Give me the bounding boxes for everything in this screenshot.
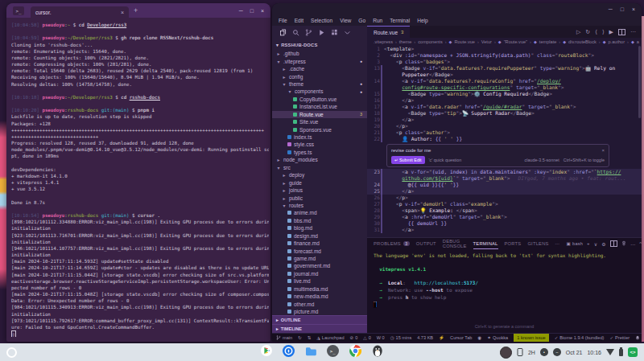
menu-help[interactable]: Help — [417, 18, 428, 23]
status-item-quokka[interactable]: ✦Quokka — [487, 335, 508, 340]
tree-item-game.md[interactable]: game.md — [272, 255, 367, 262]
model-label[interactable]: claude-3.5-sonnet — [525, 157, 559, 163]
tree-item-other.md[interactable]: other.md — [272, 300, 367, 307]
panel-tab-output[interactable]: OUTPUT — [416, 238, 436, 249]
breadcrumb-item[interactable]: template — [539, 39, 556, 44]
launcher-icon[interactable] — [6, 347, 17, 358]
tree-item-blog.md[interactable]: blog.md — [272, 224, 367, 232]
tree-item-Sponsors.vue[interactable]: Sponsors.vue — [272, 125, 367, 133]
tree-item-style.css[interactable]: style.css — [272, 141, 367, 148]
files-app-icon[interactable] — [305, 345, 316, 359]
breadcrumb-item[interactable]: p.author — [609, 39, 625, 44]
notification-icon[interactable]: • — [540, 348, 548, 356]
chevron-down-icon[interactable] — [344, 29, 351, 37]
extensions-icon[interactable] — [331, 29, 338, 37]
status-item-face[interactable]: ◉ — [477, 335, 481, 340]
close-icon[interactable]: × — [261, 8, 264, 14]
status-item-main[interactable]: main — [276, 335, 292, 341]
status-item-launchpad[interactable]: ◮Launchpad — [317, 335, 345, 340]
tree-item-theme[interactable]: ▾theme● — [272, 80, 367, 88]
date-label[interactable]: Oct 21 — [566, 350, 583, 355]
breadcrumb-item[interactable]: Vetur — [481, 39, 492, 44]
tree-item-.github[interactable]: ▸.github — [272, 50, 367, 57]
source-control-icon[interactable] — [305, 29, 312, 37]
tree-item-live.md[interactable]: live.md — [272, 277, 367, 285]
tree-item-index.ts[interactable]: index.ts — [272, 133, 367, 141]
menu-edit[interactable]: Edit — [295, 18, 303, 23]
status-item-bell[interactable] — [635, 335, 640, 341]
menu-view[interactable]: View — [340, 18, 351, 23]
tree-item-components[interactable]: ▾components● — [272, 88, 367, 95]
terminal-tab[interactable]: cursor. × — [31, 6, 129, 18]
breadcrumb[interactable]: .vitepress›theme›components›◆Route.vue›V… — [367, 38, 642, 46]
panel-tab-ports[interactable]: PORTS — [505, 238, 522, 249]
tab-close-icon[interactable]: × — [121, 10, 124, 15]
panel-tab-debug-console[interactable]: DEBUG CONSOLE — [443, 238, 467, 249]
status-item-0[interactable]: △0 — [363, 335, 370, 340]
menu-selection[interactable]: Selection — [311, 18, 332, 23]
chrome-app-icon[interactable] — [349, 345, 361, 360]
files-icon[interactable] — [279, 29, 287, 37]
settings-gear-icon[interactable]: ⚙ — [601, 241, 606, 247]
sync-icon[interactable]: ↻ — [585, 29, 590, 35]
chevron-up-icon[interactable]: ^ — [639, 241, 642, 246]
debug-icon[interactable] — [318, 29, 325, 37]
status-item-w-0[interactable]: W 0 — [377, 335, 385, 340]
new-terminal-icon[interactable]: + — [587, 241, 590, 246]
tree-item-public[interactable]: ▸public — [272, 194, 367, 201]
tree-item-routes[interactable]: ▾routes — [272, 202, 367, 209]
menu-file[interactable]: File — [279, 18, 287, 23]
1password-app-icon[interactable] — [283, 345, 295, 360]
navigate-back-icon[interactable]: ⟨ — [595, 29, 597, 35]
inline-chat-widget[interactable]: revise code for me×↵ Submit Edit'c' quic… — [386, 144, 609, 167]
tree-item-src[interactable]: ▾src — [272, 164, 367, 171]
section-outline[interactable]: ▸OUTLINE — [272, 315, 367, 324]
tree-item-.cache[interactable]: ▸.cache — [272, 65, 367, 72]
tree-item-finance.md[interactable]: finance.md — [272, 240, 367, 247]
tree-item-Route.vue[interactable]: Route.vue3 — [272, 111, 367, 118]
tree-item-CopyButton.vue[interactable]: CopyButton.vue — [272, 96, 367, 103]
tree-item-deploy[interactable]: ▸deploy — [272, 171, 367, 178]
status-item-compare[interactable]: ⇅ — [308, 335, 312, 340]
tree-item-journal.md[interactable]: journal.md — [272, 270, 367, 277]
breadcrumb-item[interactable]: theme — [399, 39, 412, 44]
tree-item-new-media.md[interactable]: new-media.md — [272, 293, 367, 300]
breadcrumb-item[interactable]: components — [418, 39, 442, 44]
status-item-4-73-kb[interactable]: 4.73 KB — [417, 335, 433, 340]
tree-item-types.ts[interactable]: types.ts — [272, 149, 367, 156]
panel-tab-⋯[interactable]: ⋯ — [555, 238, 560, 249]
panel-tab-gitlens[interactable]: GITLENS — [527, 238, 548, 249]
do-not-disturb-icon[interactable]: – — [553, 348, 561, 356]
panel-tab-terminal[interactable]: TERMINAL — [473, 238, 498, 249]
menu-go[interactable]: Go — [358, 18, 365, 23]
close-icon[interactable]: × — [601, 147, 605, 154]
tree-item-forecast.md[interactable]: forecast.md — [272, 247, 367, 254]
search-icon[interactable] — [292, 29, 299, 37]
minimize-icon[interactable]: ─ — [609, 6, 613, 12]
status-item-15-mins[interactable]: ◷15 mins — [390, 335, 411, 340]
status-item-1-known-issue[interactable]: 1 known issue — [514, 334, 548, 342]
tree-item-InstanceList.vue[interactable]: InstanceList.vue — [272, 103, 367, 110]
minimize-icon[interactable]: ─ — [239, 8, 243, 14]
trash-icon[interactable] — [621, 240, 626, 247]
tree-item-anime.md[interactable]: anime.md — [272, 209, 367, 216]
panel-terminal[interactable]: The language 'env' is not loaded, fallin… — [367, 249, 642, 324]
status-item-zap[interactable]: ⚡ — [439, 335, 444, 340]
breadcrumb-item[interactable]: .vitepress — [374, 39, 393, 44]
tree-item-government.md[interactable]: government.md — [272, 262, 367, 269]
breadcrumb-item[interactable]: a — [637, 39, 639, 44]
code-editor[interactable]: 1<template>2 <div :id="namespace + JSON.… — [367, 46, 642, 237]
menu-terminal[interactable]: Terminal — [390, 18, 410, 23]
new-tab-button[interactable]: + — [134, 6, 138, 14]
tree-item-Site.vue[interactable]: Site.vue — [272, 118, 367, 125]
editor-tab[interactable]: Route.vue 3 — [367, 26, 410, 38]
tree-item-picture.md[interactable]: picture.md — [272, 308, 367, 315]
play-store-app-icon[interactable] — [261, 345, 272, 359]
tree-item-joinus[interactable]: ▸joinus — [272, 187, 367, 194]
tree-item-node_modules[interactable]: ▸node_modules — [272, 156, 367, 163]
menu-run[interactable]: Run — [373, 18, 382, 23]
more-actions-icon[interactable]: ⋯ — [630, 29, 636, 35]
tree-item-design.md[interactable]: design.md — [272, 232, 367, 240]
breadcrumb-item[interactable]: "Route.vue" — [504, 39, 527, 44]
status-item-prettier[interactable]: ✓Prettier — [609, 335, 630, 340]
